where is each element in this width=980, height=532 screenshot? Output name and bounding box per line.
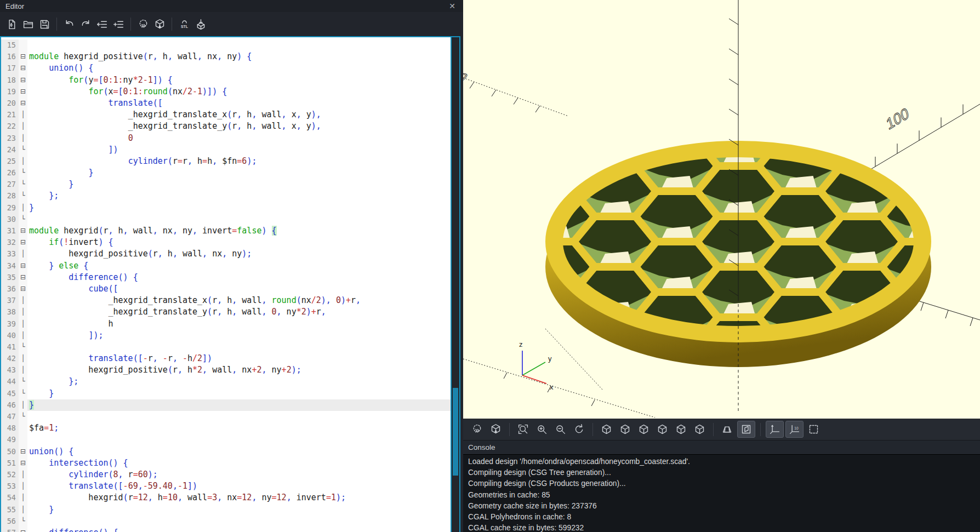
view-front-button[interactable] bbox=[673, 421, 690, 437]
code-line-47[interactable]: 47└ bbox=[1, 411, 453, 422]
code-line-26[interactable]: 26└ } bbox=[1, 167, 453, 179]
code-line-33[interactable]: 33│ hexgrid_positive(r, h, wall, nx, ny)… bbox=[1, 248, 453, 260]
console[interactable]: Loaded design '/home/ondra/openscad/hone… bbox=[463, 454, 980, 532]
code-line-23[interactable]: 23│ 0 bbox=[1, 133, 453, 144]
view-all-button[interactable] bbox=[515, 421, 532, 437]
code-line-48[interactable]: 48$fa=1; bbox=[1, 422, 453, 434]
line-number: 33 bbox=[1, 248, 19, 260]
save-file-button[interactable] bbox=[36, 16, 53, 32]
redo-button[interactable] bbox=[77, 16, 94, 32]
code-line-39[interactable]: 39│ h bbox=[1, 318, 453, 330]
code-line-20[interactable]: 20⊟ translate([ bbox=[1, 98, 453, 109]
fold-marker[interactable]: ⊟ bbox=[19, 260, 27, 272]
view-top-icon bbox=[619, 424, 631, 435]
preview-button[interactable] bbox=[135, 16, 151, 32]
view-right-button[interactable] bbox=[598, 421, 615, 437]
fold-marker[interactable]: ⊟ bbox=[19, 237, 27, 248]
fold-marker[interactable]: ⊟ bbox=[19, 457, 27, 469]
view-top-button[interactable] bbox=[617, 421, 634, 437]
code-line-32[interactable]: 32⊟ if(!invert) { bbox=[1, 237, 453, 248]
code-line-50[interactable]: 50⊟union() { bbox=[1, 446, 453, 457]
zoom-in-button[interactable] bbox=[533, 421, 550, 437]
preview-button[interactable] bbox=[469, 421, 486, 437]
code-text: union() { bbox=[27, 62, 93, 74]
editor-scrollbar-thumb[interactable] bbox=[453, 388, 458, 476]
code-line-57[interactable]: 57⊟ difference() { bbox=[1, 527, 453, 532]
code-line-22[interactable]: 22│ _hexgrid_translate_y(r, h, wall, x, … bbox=[1, 121, 453, 132]
fold-marker[interactable]: ⊟ bbox=[19, 272, 27, 283]
code-line-49[interactable]: 49 bbox=[1, 434, 453, 445]
code-line-34[interactable]: 34⊟ } else { bbox=[1, 260, 453, 272]
export-stl-button[interactable] bbox=[176, 16, 192, 32]
3d-viewport[interactable]: 100 100 100 bbox=[463, 0, 980, 419]
indent-button[interactable] bbox=[110, 16, 127, 32]
code-line-30[interactable]: 30└ bbox=[1, 214, 453, 225]
fold-marker[interactable]: ⊟ bbox=[19, 283, 27, 295]
print-3d-button[interactable] bbox=[192, 16, 209, 32]
code-line-31[interactable]: 31⊟module hexgrid(r, h, wall, nx, ny, in… bbox=[1, 225, 453, 237]
code-line-19[interactable]: 19⊟ for(x=[0:1:round(nx/2-1)]) { bbox=[1, 86, 453, 98]
code-line-46[interactable]: 46│} bbox=[1, 399, 453, 411]
code-line-54[interactable]: 54│ hexgrid(r=12, h=10, wall=3, nx=12, n… bbox=[1, 492, 453, 504]
code-line-36[interactable]: 36⊟ cube([ bbox=[1, 283, 453, 295]
fold-marker[interactable]: ⊟ bbox=[19, 225, 27, 237]
code-line-24[interactable]: 24└ ]) bbox=[1, 144, 453, 156]
fold-marker: └ bbox=[19, 388, 27, 399]
code-text: translate([ bbox=[27, 98, 163, 109]
code-line-21[interactable]: 21│ _hexgrid_translate_x(r, h, wall, x, … bbox=[1, 109, 453, 121]
code-line-37[interactable]: 37│ _hexgrid_translate_x(r, h, wall, rou… bbox=[1, 295, 453, 306]
unindent-button[interactable] bbox=[94, 16, 110, 32]
render-button[interactable] bbox=[151, 16, 168, 32]
code-area[interactable]: 1516⊟module hexgrid_positive(r, h, wall,… bbox=[1, 37, 453, 532]
show-axes-button[interactable] bbox=[766, 421, 784, 438]
fold-marker[interactable]: ⊟ bbox=[19, 51, 27, 62]
code-line-43[interactable]: 43│ hexgrid_positive(r, h*2, wall, nx+2,… bbox=[1, 364, 453, 376]
undo-button[interactable] bbox=[61, 16, 77, 32]
zoom-out-button[interactable] bbox=[552, 421, 569, 437]
code-line-40[interactable]: 40│ ]); bbox=[1, 330, 453, 341]
show-scale-markers-button[interactable] bbox=[785, 421, 804, 438]
show-edges-button[interactable] bbox=[805, 421, 822, 437]
render-button[interactable] bbox=[487, 421, 504, 437]
fold-marker[interactable]: ⊟ bbox=[19, 98, 27, 109]
code-line-29[interactable]: 29│} bbox=[1, 202, 453, 214]
view-left-icon bbox=[657, 424, 668, 435]
view-left-button[interactable] bbox=[654, 421, 671, 437]
code-line-18[interactable]: 18⊟ for(y=[0:1:ny*2-1]) { bbox=[1, 75, 453, 86]
open-file-button[interactable] bbox=[20, 16, 36, 32]
code-line-16[interactable]: 16⊟module hexgrid_positive(r, h, wall, n… bbox=[1, 51, 453, 62]
code-editor[interactable]: 1516⊟module hexgrid_positive(r, h, wall,… bbox=[0, 36, 460, 532]
perspective-button[interactable] bbox=[719, 421, 736, 437]
fold-marker[interactable]: ⊟ bbox=[19, 527, 27, 532]
fold-marker[interactable]: ⊟ bbox=[19, 446, 27, 457]
close-icon[interactable]: ✕ bbox=[447, 2, 458, 10]
code-text bbox=[27, 411, 29, 422]
code-line-41[interactable]: 41└ bbox=[1, 341, 453, 353]
code-line-25[interactable]: 25│ cylinder(r=r, h=h, $fn=6); bbox=[1, 156, 453, 167]
code-line-15[interactable]: 15 bbox=[1, 39, 453, 51]
code-line-28[interactable]: 28└ }; bbox=[1, 190, 453, 202]
code-line-51[interactable]: 51⊟ intersection() { bbox=[1, 457, 453, 469]
code-line-27[interactable]: 27└ } bbox=[1, 179, 453, 190]
code-line-44[interactable]: 44└ }; bbox=[1, 376, 453, 387]
code-line-52[interactable]: 52│ cylinder(8, r=60); bbox=[1, 469, 453, 480]
reset-view-button[interactable] bbox=[571, 421, 588, 437]
orthographic-button[interactable] bbox=[737, 421, 755, 438]
code-line-38[interactable]: 38│ _hexgrid_translate_y(r, h, wall, 0, … bbox=[1, 306, 453, 318]
code-line-17[interactable]: 17⊟ union() { bbox=[1, 62, 453, 74]
code-line-56[interactable]: 56└ bbox=[1, 516, 453, 527]
line-number: 16 bbox=[1, 51, 19, 62]
code-line-42[interactable]: 42│ translate([-r, -r, -h/2]) bbox=[1, 353, 453, 364]
unindent-icon bbox=[96, 19, 108, 30]
fold-marker[interactable]: ⊟ bbox=[19, 62, 27, 74]
view-bottom-button[interactable] bbox=[635, 421, 652, 437]
fold-marker[interactable]: ⊟ bbox=[19, 75, 27, 86]
code-line-45[interactable]: 45└ } bbox=[1, 388, 453, 399]
code-line-35[interactable]: 35⊟ difference() { bbox=[1, 272, 453, 283]
code-line-53[interactable]: 53│ translate([-69,-59.40,-1]) bbox=[1, 480, 453, 492]
new-file-button[interactable] bbox=[3, 16, 20, 32]
fold-marker[interactable]: ⊟ bbox=[19, 86, 27, 98]
code-line-55[interactable]: 55│ } bbox=[1, 504, 453, 516]
editor-scrollbar[interactable] bbox=[451, 37, 460, 532]
view-back-button[interactable] bbox=[691, 421, 708, 437]
